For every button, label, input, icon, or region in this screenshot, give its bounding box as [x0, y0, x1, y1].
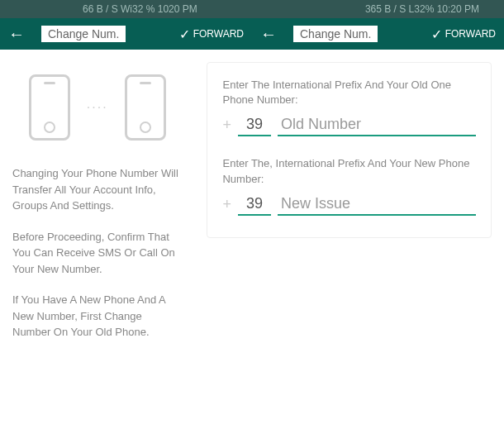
new-number-label: Enter The, International Prefix And Your…	[222, 156, 476, 186]
plus-icon: +	[222, 117, 231, 134]
app-bar-right: ← Change Num. ✓ FORWARD	[252, 18, 504, 50]
page-title-left: Change Num.	[41, 26, 126, 42]
new-prefix-input[interactable]	[238, 193, 271, 216]
info-text-confirm: Before Proceeding, Confirm That You Can …	[12, 229, 182, 278]
info-panel: ···· Changing Your Phone Number Will Tra…	[0, 50, 194, 448]
info-text-transfer: Changing Your Phone Number Will Transfer…	[12, 165, 182, 214]
status-bar-left: 66 B / S Wi32 % 1020 PM	[0, 0, 281, 18]
app-bar-left: ← Change Num. ✓ FORWARD	[0, 18, 252, 50]
old-number-input[interactable]	[278, 114, 476, 136]
info-text-newphone: If You Have A New Phone And A New Number…	[12, 292, 182, 341]
status-bar-right: 365 B / S L32% 10:20 PM	[281, 0, 504, 18]
new-number-input[interactable]	[278, 193, 476, 216]
phones-graphic: ····	[12, 74, 182, 141]
back-arrow-icon[interactable]: ←	[260, 25, 277, 44]
back-arrow-icon[interactable]: ←	[8, 25, 25, 44]
plus-icon: +	[222, 196, 231, 213]
phone-old-icon	[29, 74, 70, 141]
forward-label: FORWARD	[445, 28, 496, 40]
forward-button-left[interactable]: ✓ FORWARD	[179, 26, 244, 42]
page-title-right: Change Num.	[293, 26, 378, 42]
phone-new-icon	[125, 74, 166, 141]
transfer-dots-icon: ····	[87, 100, 108, 115]
forward-label: FORWARD	[193, 28, 244, 40]
forward-button-right[interactable]: ✓ FORWARD	[431, 26, 496, 42]
form-panel: Enter The International Prefix And Your …	[194, 50, 504, 448]
check-icon: ✓	[431, 26, 442, 42]
old-prefix-input[interactable]	[238, 114, 271, 136]
old-number-label: Enter The International Prefix And Your …	[222, 78, 476, 107]
check-icon: ✓	[179, 26, 190, 42]
